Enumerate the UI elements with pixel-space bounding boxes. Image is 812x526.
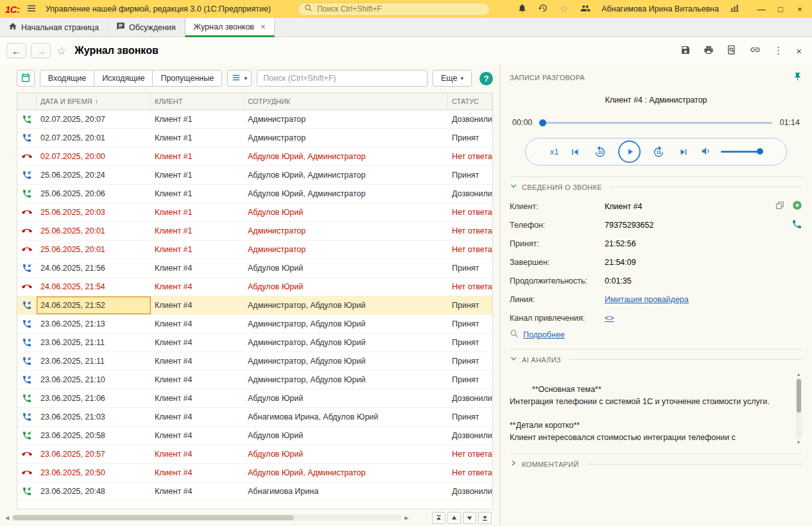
horizontal-scrollbar[interactable] (12, 514, 402, 521)
column-client[interactable]: КЛИЕНТ (151, 93, 244, 110)
next-row-button[interactable] (463, 512, 476, 524)
connection-status-button[interactable] (729, 2, 741, 16)
scroll-up-icon[interactable]: ▲ (797, 371, 801, 378)
users-icon (580, 3, 591, 15)
go-last-row-button[interactable] (478, 512, 492, 524)
filter-incoming-button[interactable]: Входящие (40, 70, 94, 87)
play-button[interactable] (618, 140, 641, 163)
column-status[interactable]: СТАТУС (448, 93, 492, 110)
forward-button[interactable]: → (31, 43, 51, 58)
table-row[interactable]: 25.06.2025, 20:01Клиент #1АдминистраторН… (17, 222, 492, 241)
progress-slider[interactable] (540, 122, 772, 124)
help-button[interactable]: ? (479, 72, 493, 85)
table-row[interactable]: 24.06.2025, 21:52Клиент #4Администратор,… (17, 296, 492, 315)
table-row[interactable]: 02.07.2025, 20:00Клиент #1Абдулов Юрий, … (17, 148, 492, 166)
table-row[interactable]: 25.06.2025, 20:24Клиент #1Абдулов Юрий, … (17, 166, 492, 185)
notifications-button[interactable] (516, 2, 528, 16)
call-details-header[interactable]: СВЕДЕНИЯ О ЗВОНКЕ (510, 177, 802, 197)
current-user-name[interactable]: Абнагимова Ирина Витальевна (601, 4, 719, 13)
table-row[interactable]: 24.06.2025, 21:56Клиент #4Абдулов ЮрийПр… (17, 259, 492, 278)
more-button[interactable]: Еще ▾ (433, 70, 472, 87)
call-phone-icon[interactable] (791, 219, 802, 232)
filter-missed-button[interactable]: Пропущенные (152, 70, 222, 87)
call-datetime: 23.06.2025, 21:03 (37, 408, 151, 426)
horizontal-scrollbar-thumb[interactable] (13, 515, 294, 520)
global-search[interactable]: Поиск Ctrl+Shift+F (297, 3, 490, 16)
field-value-link[interactable]: Имитация провайдера (605, 295, 689, 304)
close-form-button[interactable]: × (795, 44, 803, 58)
comment-header[interactable]: КОММЕНТАРИЙ (510, 454, 802, 474)
favorites-button[interactable]: ☆ (557, 2, 571, 16)
scroll-left-icon[interactable]: ◀ (5, 515, 9, 521)
player-progress-row: 00:00 01:14 (510, 118, 802, 127)
table-row[interactable]: 23.06.2025, 21:11Клиент #4Администратор,… (17, 352, 492, 371)
tab-call-log[interactable]: Журнал звонков × (185, 18, 275, 37)
minimize-button[interactable]: — (753, 2, 770, 16)
volume-slider[interactable] (721, 151, 762, 153)
get-link-button[interactable] (748, 43, 762, 58)
favorite-star-icon[interactable]: ☆ (56, 44, 66, 58)
column-employee[interactable]: СОТРУДНИК (244, 93, 448, 110)
table-row[interactable]: 25.06.2025, 20:06Клиент #1Абдулов Юрий, … (17, 185, 492, 203)
missed-call-icon (17, 282, 37, 292)
table-row[interactable]: 23.06.2025, 20:48Клиент #4Абнагимова Ири… (17, 482, 492, 501)
time-current: 00:00 (512, 118, 532, 127)
open-record-icon[interactable] (775, 201, 784, 212)
history-button[interactable] (537, 2, 549, 16)
details-more-link[interactable]: Подробнее (523, 330, 565, 339)
progress-slider-thumb[interactable] (539, 119, 546, 126)
save-button[interactable] (679, 44, 692, 58)
table-row[interactable]: 23.06.2025, 21:10Клиент #4Администратор,… (17, 371, 492, 389)
table-row[interactable]: 24.06.2025, 21:54Клиент #4Абдулов ЮрийНе… (17, 278, 492, 296)
table-row[interactable]: 25.06.2025, 20:03Клиент #1Абдулов ЮрийНе… (17, 203, 492, 222)
table-row[interactable]: 23.06.2025, 21:06Клиент #4Абдулов ЮрийДо… (17, 389, 492, 408)
field-value-link[interactable]: <> (605, 314, 614, 323)
skip-previous-button[interactable] (568, 145, 582, 159)
tab-close-icon[interactable]: × (261, 22, 266, 31)
users-button[interactable] (579, 2, 592, 17)
table-row[interactable]: 23.06.2025, 21:11Клиент #4Администратор,… (17, 334, 492, 352)
table-row[interactable]: 23.06.2025, 20:58Клиент #4Абдулов ЮрийДо… (17, 427, 492, 445)
list-view-menu-button[interactable]: ▾ (227, 70, 252, 87)
table-row[interactable]: 23.06.2025, 20:57Клиент #4Абдулов ЮрийНе… (17, 445, 492, 464)
volume-icon[interactable] (700, 146, 711, 158)
close-window-button[interactable]: × (791, 2, 808, 16)
table-row[interactable]: 23.06.2025, 20:50Клиент #4Абдулов Юрий, … (17, 464, 492, 482)
print-button[interactable] (702, 44, 715, 58)
back-button[interactable]: ← (6, 43, 26, 58)
table-row[interactable]: 02.07.2025, 20:07Клиент #1АдминистраторД… (17, 110, 492, 129)
ai-scrollbar-thumb[interactable] (797, 379, 801, 412)
previous-row-button[interactable] (447, 512, 461, 524)
filter-outgoing-button[interactable]: Исходящие (94, 70, 153, 87)
playback-speed-button[interactable]: x1 (550, 147, 559, 157)
skip-next-button[interactable] (677, 145, 691, 159)
maximize-button[interactable]: □ (772, 2, 789, 16)
tab-home[interactable]: Начальная страница (0, 18, 108, 37)
set-period-button[interactable] (17, 70, 35, 87)
preview-button[interactable] (725, 44, 738, 58)
column-datetime[interactable]: ДАТА И ВРЕМЯ ↑ (37, 93, 151, 110)
scroll-down-icon[interactable]: ▼ (797, 439, 801, 446)
ai-scrollbar[interactable]: ▲ ▼ (795, 371, 802, 446)
tab-discussions[interactable]: Обсуждения (108, 18, 185, 37)
printer-icon (704, 45, 714, 57)
go-first-row-button[interactable] (432, 512, 445, 524)
table-row[interactable]: 25.06.2025, 20:01Клиент #1АдминистраторН… (17, 241, 492, 259)
volume-slider-thumb[interactable] (757, 148, 763, 155)
rewind-10-button[interactable]: 10 (592, 144, 609, 160)
incoming-call-icon (17, 375, 37, 385)
table-row[interactable]: 02.07.2025, 20:01Клиент #1АдминистраторП… (17, 129, 492, 148)
list-search-input[interactable] (257, 70, 428, 87)
call-details-section: СВЕДЕНИЯ О ЗВОНКЕ Клиент:Клиент #4Телефо… (510, 176, 802, 346)
ai-scrollbar-track[interactable] (796, 378, 802, 439)
pin-icon[interactable] (793, 72, 802, 83)
forward-10-button[interactable]: 10 (650, 144, 667, 160)
table-row[interactable]: 23.06.2025, 21:03Клиент #4Абнагимова Ири… (17, 408, 492, 427)
add-client-icon[interactable] (792, 200, 802, 212)
main-menu-button[interactable] (25, 2, 38, 17)
more-actions-button[interactable]: ⋮ (772, 44, 784, 58)
calendar-icon (21, 72, 31, 85)
ai-analysis-header[interactable]: AI АНАЛИЗ (510, 350, 802, 369)
scroll-right-icon[interactable]: ▶ (404, 515, 408, 521)
table-row[interactable]: 23.06.2025, 21:13Клиент #4Администратор,… (17, 315, 492, 334)
